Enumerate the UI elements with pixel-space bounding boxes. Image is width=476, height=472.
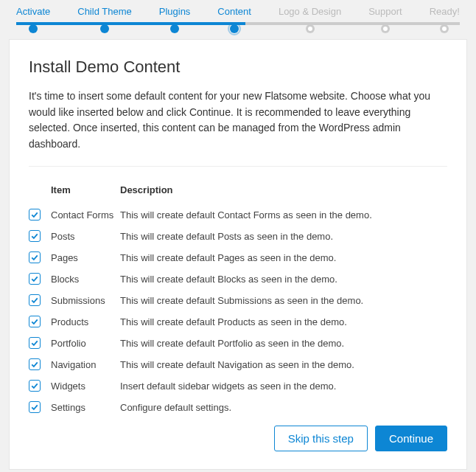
table-row: PagesThis will create default Pages as s… [29, 247, 447, 268]
table-row: BlocksThis will create default Blocks as… [29, 268, 447, 290]
step-label[interactable]: Plugins [159, 6, 191, 17]
step-dot [381, 24, 390, 33]
page-intro: It's time to insert some default content… [29, 88, 447, 153]
step-label: Logo & Design [279, 6, 341, 17]
item-name: Pages [51, 247, 120, 268]
item-name: Settings [51, 397, 120, 418]
item-name: Widgets [51, 375, 120, 397]
step-logo-design: Logo & Design [279, 6, 341, 17]
item-description: Insert default sidebar widgets as seen i… [120, 375, 447, 397]
step-dot [440, 24, 449, 33]
item-description: Configure default settings. [120, 397, 447, 418]
stepper-progress [16, 22, 245, 25]
item-description: This will create default Navigation as s… [120, 354, 447, 375]
checkbox[interactable] [29, 401, 41, 413]
item-description: This will create default Pages as seen i… [120, 247, 447, 268]
item-description: This will create default Blocks as seen … [120, 268, 447, 290]
step-activate[interactable]: Activate [16, 6, 50, 17]
step-child-theme[interactable]: Child Theme [77, 6, 131, 17]
item-name: Contact Forms [51, 204, 120, 226]
checkbox[interactable] [29, 230, 41, 242]
checkbox[interactable] [29, 337, 41, 349]
step-label[interactable]: Content [217, 6, 251, 17]
item-name: Products [51, 311, 120, 333]
item-description: This will create default Submissions as … [120, 290, 447, 311]
table-row: Contact FormsThis will create default Co… [29, 204, 447, 226]
page-title: Install Demo Content [29, 58, 447, 77]
table-row: ProductsThis will create default Product… [29, 311, 447, 333]
content-table: Item Description Contact FormsThis will … [29, 180, 447, 418]
wizard-stepper: ActivateChild ThemePluginsContentLogo & … [9, 6, 467, 36]
table-row: WidgetsInsert default sidebar widgets as… [29, 375, 447, 397]
checkbox[interactable] [29, 358, 41, 370]
item-description: This will create default Portfolio as se… [120, 333, 447, 354]
header-item: Item [51, 180, 120, 204]
item-name: Submissions [51, 290, 120, 311]
step-dot [100, 24, 109, 33]
header-description: Description [120, 180, 447, 204]
checkbox[interactable] [29, 380, 41, 392]
item-name: Blocks [51, 268, 120, 290]
wizard-actions: Skip this step Continue [29, 426, 447, 451]
checkbox[interactable] [29, 209, 41, 221]
table-row: PostsThis will create default Posts as s… [29, 226, 447, 247]
table-row: PortfolioThis will create default Portfo… [29, 333, 447, 354]
item-name: Navigation [51, 354, 120, 375]
step-dot [29, 24, 38, 33]
step-content[interactable]: Content [217, 6, 251, 17]
item-description: This will create default Posts as seen i… [120, 226, 447, 247]
checkbox[interactable] [29, 273, 41, 285]
item-description: This will create default Products as see… [120, 311, 447, 333]
step-dot [230, 24, 239, 33]
checkbox[interactable] [29, 294, 41, 306]
content-tbody: Contact FormsThis will create default Co… [29, 204, 447, 418]
step-dot [170, 24, 179, 33]
step-support: Support [368, 6, 402, 17]
item-name: Posts [51, 226, 120, 247]
item-description: This will create default Contact Forms a… [120, 204, 447, 226]
item-name: Portfolio [51, 333, 120, 354]
step-label[interactable]: Activate [16, 6, 50, 17]
table-row: SubmissionsThis will create default Subm… [29, 290, 447, 311]
step-ready-: Ready! [430, 6, 460, 17]
step-label: Support [368, 6, 402, 17]
continue-button[interactable]: Continue [375, 426, 447, 451]
checkbox[interactable] [29, 316, 41, 327]
divider [29, 166, 447, 167]
skip-button[interactable]: Skip this step [274, 426, 368, 451]
table-row: SettingsConfigure default settings. [29, 397, 447, 418]
table-row: NavigationThis will create default Navig… [29, 354, 447, 375]
step-label: Ready! [430, 6, 460, 17]
step-plugins[interactable]: Plugins [159, 6, 191, 17]
step-dot [306, 24, 315, 33]
step-label[interactable]: Child Theme [77, 6, 131, 17]
checkbox[interactable] [29, 251, 41, 263]
wizard-card: Install Demo Content It's time to insert… [9, 39, 467, 470]
